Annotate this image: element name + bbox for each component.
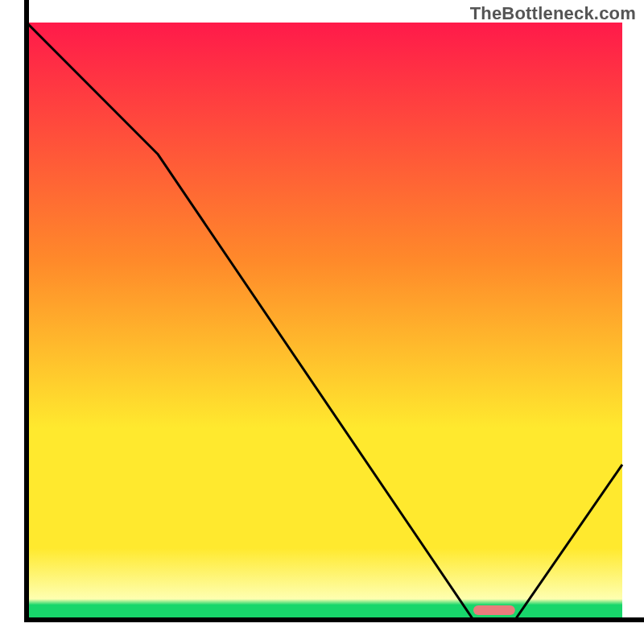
- chart-container: TheBottleneck.com: [0, 0, 644, 644]
- bottleneck-chart: [0, 0, 644, 644]
- optimal-range-bar: [473, 605, 515, 615]
- watermark-text: TheBottleneck.com: [470, 3, 636, 24]
